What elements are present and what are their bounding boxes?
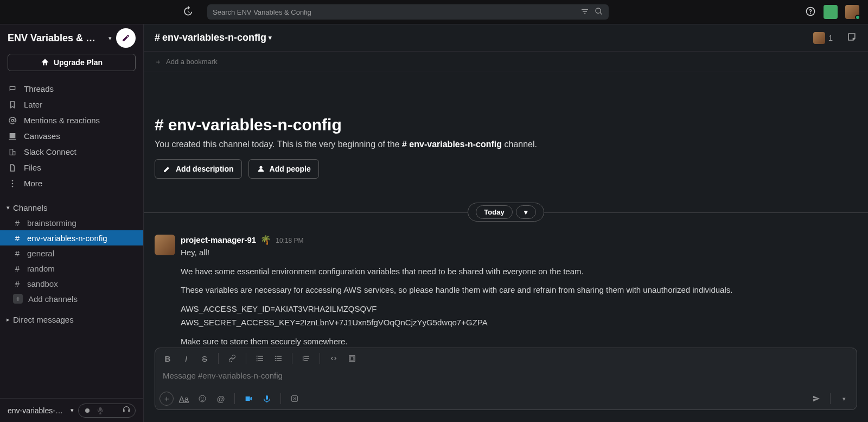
svg-point-1 — [275, 356, 276, 357]
send-button[interactable] — [808, 390, 825, 407]
chevron-down-icon: ▾ — [269, 34, 272, 41]
compose-button[interactable] — [116, 28, 136, 48]
sidebar-item-more[interactable]: More — [0, 175, 143, 191]
file-icon — [8, 163, 17, 172]
link-button[interactable] — [224, 350, 240, 367]
sidebar-item-files[interactable]: Files — [0, 160, 143, 175]
date-divider[interactable]: Today ▾ — [144, 203, 868, 222]
at-icon — [8, 116, 17, 125]
codeblock-button[interactable] — [344, 350, 360, 367]
message-avatar[interactable] — [155, 235, 175, 255]
channel-sandbox[interactable]: #sandbox — [0, 276, 143, 291]
audio-button[interactable] — [259, 390, 275, 407]
channel-header: # env-variables-n-config ▾ 1 — [144, 24, 868, 52]
building-icon — [8, 148, 17, 156]
channel-content: # env-variables-n-config ▾ 1 ＋ Add a boo… — [144, 24, 868, 422]
sidebar-item-later[interactable]: Later — [0, 97, 143, 112]
chevron-down-icon[interactable]: ▾ — [71, 407, 74, 414]
message-author[interactable]: project-manager-91 — [181, 235, 256, 244]
emoji-button[interactable] — [194, 390, 210, 407]
plus-icon[interactable]: ＋ — [155, 57, 162, 67]
message-text: Hey, all! — [181, 247, 857, 259]
add-description-button[interactable]: Add description — [155, 159, 242, 179]
mention-button[interactable]: @ — [213, 390, 229, 407]
sidebar-item-connect[interactable]: Slack Connect — [0, 144, 143, 160]
attach-button[interactable]: ＋ — [159, 392, 174, 406]
italic-button[interactable]: I — [178, 350, 194, 367]
message: project-manager-91 🌴 10:18 PM Hey, all! … — [144, 232, 868, 348]
bookmark-bar: ＋ Add a bookmark — [144, 52, 868, 72]
sidebar-item-threads[interactable]: Threads — [0, 81, 143, 97]
canvas-icon[interactable] — [846, 32, 857, 44]
member-avatar — [813, 32, 825, 44]
sidebar: ENV Variables & … ▾ Upgrade Plan Threads… — [0, 24, 144, 422]
code-button[interactable] — [326, 350, 342, 367]
composer-actions: ＋ Aa @ ▾ — [155, 388, 857, 410]
bold-button[interactable]: B — [159, 350, 176, 367]
channel-intro-text: You created this channel today. This is … — [155, 140, 857, 149]
bookmark-icon — [8, 100, 17, 109]
workspace-avatar[interactable] — [824, 5, 838, 19]
strikethrough-button[interactable]: S — [196, 350, 213, 367]
message-text: AWS_SECRET_ACCESS_KEY=2IznLbnV+7J1Uxn5fg… — [181, 317, 857, 329]
sidebar-item-mentions[interactable]: Mentions & reactions — [0, 112, 143, 128]
upgrade-plan-button[interactable]: Upgrade Plan — [8, 54, 136, 71]
status-emoji: 🌴 — [260, 235, 271, 245]
message-time[interactable]: 10:18 PM — [276, 237, 303, 244]
caret-right-icon: ▸ — [7, 316, 10, 323]
search-placeholder: Search ENV Variables & Config — [213, 8, 311, 16]
add-bookmark-button[interactable]: Add a bookmark — [166, 58, 218, 66]
svg-point-3 — [275, 360, 276, 361]
caret-down-icon: ▾ — [7, 204, 10, 211]
history-icon[interactable] — [182, 6, 193, 18]
channels-section-header[interactable]: ▾ Channels — [0, 200, 143, 215]
help-icon[interactable] — [805, 6, 816, 18]
bullet-list-button[interactable] — [270, 350, 286, 367]
huddle-channel-name[interactable]: env-variables-n-co… — [8, 406, 66, 415]
svg-point-5 — [201, 398, 202, 399]
direct-messages-header[interactable]: ▸ Direct messages — [0, 312, 143, 327]
svg-point-2 — [275, 358, 276, 359]
top-bar: Search ENV Variables & Config — [0, 0, 868, 24]
channel-env-variables-n-config[interactable]: #env-variables-n-config — [0, 230, 143, 245]
threads-icon — [8, 85, 17, 93]
filter-icon[interactable] — [580, 7, 589, 17]
shortcuts-button[interactable] — [286, 390, 303, 407]
more-icon — [8, 179, 17, 188]
message-composer: B I S Message #env-variables-n-config — [155, 348, 857, 410]
format-toggle-button[interactable]: Aa — [176, 390, 192, 407]
channel-random[interactable]: #random — [0, 261, 143, 276]
channel-brainstorming[interactable]: #brainstorming — [0, 215, 143, 230]
format-toolbar: B I S — [155, 348, 857, 369]
chevron-down-icon[interactable]: ▾ — [108, 35, 112, 42]
sidebar-item-canvases[interactable]: Canvases — [0, 128, 143, 144]
search-input[interactable]: Search ENV Variables & Config — [207, 4, 609, 20]
svg-point-0 — [85, 408, 90, 413]
message-text: AWS_ACCESS_KEY_ID=AKIAT3VRHA2ILMZQSQVF — [181, 303, 857, 316]
svg-point-4 — [199, 395, 206, 402]
huddle-controls[interactable] — [78, 404, 136, 418]
message-text: We have some essential environment confi… — [181, 266, 857, 278]
search-icon[interactable] — [595, 7, 603, 17]
blockquote-button[interactable] — [298, 350, 314, 367]
svg-point-6 — [203, 398, 204, 399]
hash-icon: # — [155, 116, 164, 134]
headphones-icon — [122, 405, 131, 415]
user-avatar[interactable] — [845, 5, 859, 19]
hash-icon: # — [155, 32, 160, 43]
add-channels-button[interactable]: +Add channels — [0, 291, 143, 306]
channel-intro-title: # env-variables-n-config — [155, 116, 857, 134]
video-button[interactable] — [240, 390, 257, 407]
ordered-list-button[interactable] — [252, 350, 268, 367]
send-options-button[interactable]: ▾ — [836, 390, 852, 407]
message-text: These variables are necessary for access… — [181, 284, 857, 297]
channel-title[interactable]: # env-variables-n-config ▾ — [155, 32, 272, 43]
add-people-button[interactable]: Add people — [248, 159, 319, 179]
canvas-icon — [8, 132, 17, 141]
member-count-button[interactable]: 1 — [809, 30, 837, 46]
message-text: Make sure to store them securely somewhe… — [181, 336, 857, 348]
workspace-name[interactable]: ENV Variables & … — [8, 33, 104, 44]
channel-general[interactable]: #general — [0, 245, 143, 261]
composer-input[interactable]: Message #env-variables-n-config — [155, 369, 857, 388]
